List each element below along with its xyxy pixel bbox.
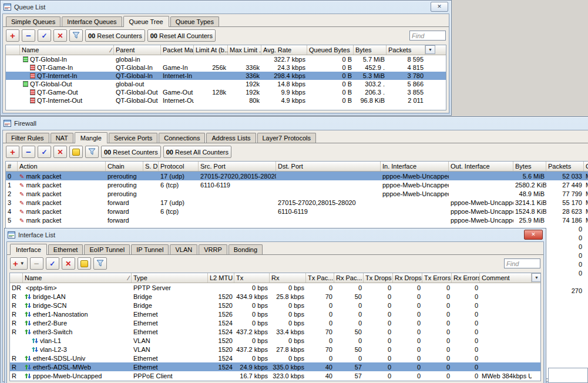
remove-button[interactable]: −: [22, 146, 35, 158]
tab-interface-queues[interactable]: Interface Queues: [62, 16, 122, 26]
column-header-max_limit[interactable]: Max Limit ...: [228, 45, 261, 55]
tab-bonding[interactable]: Bonding: [229, 244, 263, 254]
table-row[interactable]: Rether3-SwitchEthernet1524437.2 kbps33.4…: [10, 327, 540, 336]
column-header-packets[interactable]: Packets: [546, 162, 584, 171]
tab-vlan[interactable]: VLAN: [170, 244, 197, 254]
table-row[interactable]: vlan-L2-3VLAN1520437.2 kbps27.8 kbps7050…: [10, 345, 540, 354]
column-header-protocol[interactable]: Protocol: [159, 162, 199, 171]
find-input[interactable]: [409, 31, 446, 41]
find-input[interactable]: [504, 258, 540, 268]
close-button[interactable]: ✕: [524, 230, 543, 240]
tab-ip-tunnel[interactable]: IP Tunnel: [131, 244, 169, 254]
column-header-comment[interactable]: Com...: [584, 162, 588, 171]
table-row[interactable]: Rether4-SDSL-UnivEthernet15240 bps0 bps0…: [10, 354, 540, 362]
reset-all-counters-button[interactable]: 00Reset All Counters: [147, 29, 216, 42]
tab-nat[interactable]: NAT: [51, 133, 73, 143]
tab-mangle[interactable]: Mangle: [75, 132, 107, 143]
remove-button[interactable]: −: [22, 29, 35, 42]
table-row[interactable]: 4✎mark packetforward6 (tcp)6110-6119pppo…: [6, 207, 588, 216]
column-header-dst_port[interactable]: Dst. Port: [276, 162, 381, 171]
table-row[interactable]: 1✎mark packetprerouting6 (tcp)6110-6119p…: [6, 180, 588, 189]
table-row[interactable]: Rether1-NanostationEthernet15260 bps0 bp…: [10, 310, 540, 318]
disable-button[interactable]: ✕: [62, 257, 75, 270]
enable-button[interactable]: ✓: [38, 146, 51, 158]
table-row[interactable]: 2✎mark packetpreroutingpppoe-Mweb-Uncapp…: [6, 189, 588, 198]
tab-simple-queues[interactable]: Simple Queues: [6, 16, 61, 26]
column-header-rx_drops[interactable]: Rx Drops: [393, 273, 422, 283]
table-row[interactable]: Rpppoe-Mweb-UncappedPPPoE Client16.7 kbp…: [10, 371, 540, 380]
column-header-in_iface[interactable]: In. Interface: [381, 162, 449, 171]
column-header-tx_drops[interactable]: Tx Drops: [364, 273, 393, 283]
add-button[interactable]: +: [6, 146, 19, 158]
queue-list-titlebar[interactable]: Queue List ✕: [1, 1, 451, 13]
comment-button[interactable]: [78, 257, 91, 270]
filter-button[interactable]: [69, 29, 83, 42]
tab-interface[interactable]: Interface: [10, 244, 47, 255]
column-header-queued_bytes[interactable]: Queued Bytes: [307, 45, 354, 55]
reset-counters-button[interactable]: 00Reset Counters: [101, 146, 161, 158]
comment-button[interactable]: [69, 146, 83, 158]
table-row[interactable]: 5✎mark packetforwardpppoe-Mweb-Uncapped2…: [6, 216, 588, 224]
reset-all-counters-button[interactable]: 00Reset All Counters: [163, 146, 231, 158]
column-header-out_iface[interactable]: Out. Interface: [449, 162, 513, 171]
tab-vrrp[interactable]: VRRP: [199, 244, 227, 254]
column-header-rx_pac[interactable]: Rx Pac...: [334, 273, 364, 283]
table-row[interactable]: QT-Game-InQT-Global-InGame-In256k336k24.…: [6, 63, 446, 72]
column-header-packets[interactable]: Packets: [387, 45, 425, 55]
disable-button[interactable]: ✕: [53, 146, 67, 158]
tab-ethernet[interactable]: Ethernet: [48, 244, 83, 254]
add-button[interactable]: +: [6, 29, 19, 42]
column-header-type[interactable]: Type: [132, 273, 208, 283]
table-row[interactable]: QT-Global-Outglobal-out192k14.8 kbps0 B3…: [6, 80, 446, 88]
table-row[interactable]: QT-Internet-OutQT-Global-OutInternet-Out…: [6, 96, 446, 105]
table-row[interactable]: Rbridge-LANBridge1520434.9 kbps25.8 kbps…: [10, 292, 540, 301]
column-header-bytes[interactable]: Bytes: [354, 45, 387, 55]
column-selector-button[interactable]: ▼: [532, 273, 540, 282]
column-header-action[interactable]: Action: [18, 162, 106, 171]
enable-button[interactable]: ✓: [38, 29, 51, 42]
column-header-num[interactable]: #: [6, 162, 18, 171]
column-selector-button[interactable]: ▼: [425, 45, 435, 54]
table-row[interactable]: DR<pptp-tim>PPTP Server0 bps0 bps000000: [10, 283, 540, 292]
table-row[interactable]: vlan-L1VLAN15200 bps0 bps000000: [10, 336, 540, 345]
column-header-l2mtu[interactable]: L2 MTU: [208, 273, 234, 283]
column-header-name[interactable]: Name∕: [23, 273, 132, 283]
tab-service-ports[interactable]: Service Ports: [109, 133, 157, 143]
table-row[interactable]: Rether2-BureEthernet15240 bps0 bps000000: [10, 318, 540, 327]
column-header-tx_errors[interactable]: Tx Errors: [422, 273, 452, 283]
firewall-titlebar[interactable]: Firewall: [1, 117, 588, 129]
table-row[interactable]: Rbridge-SCNBridge15200 bps0 bps000000: [10, 301, 540, 310]
column-header-src_port[interactable]: Src. Port: [199, 162, 276, 171]
disable-button[interactable]: ✕: [53, 29, 67, 42]
column-header-packet_marks[interactable]: Packet Marks: [161, 45, 194, 55]
table-row[interactable]: QT-Global-Inglobal-in322.7 kbps0 B5.7 Mi…: [6, 55, 446, 63]
column-header-rx[interactable]: Rx: [270, 273, 306, 283]
column-header-bytes[interactable]: Bytes: [513, 162, 546, 171]
column-header-name[interactable]: Name∕: [20, 45, 114, 55]
column-header-parent[interactable]: Parent: [114, 45, 161, 55]
table-row[interactable]: [10, 380, 540, 381]
column-header-sd[interactable]: S. D.: [143, 162, 159, 171]
reset-counters-button[interactable]: 00Reset Counters: [85, 29, 145, 42]
column-header-comment[interactable]: Comment: [480, 273, 532, 283]
table-row[interactable]: Rether5-ADSL-MWebEthernet152424.9 kbps33…: [10, 362, 540, 371]
tab-queue-tree[interactable]: Queue Tree: [123, 16, 169, 27]
enable-button[interactable]: ✓: [46, 257, 59, 270]
column-header-rx_errors[interactable]: Rx Errors: [452, 273, 480, 283]
table-row[interactable]: QT-Internet-InQT-Global-InInternet-In336…: [6, 72, 446, 80]
tab-connections[interactable]: Connections: [159, 133, 205, 143]
column-header-flag[interactable]: [10, 273, 23, 283]
tab-address-lists[interactable]: Address Lists: [206, 133, 256, 143]
column-header-gutter[interactable]: [6, 45, 20, 55]
column-header-limit_at[interactable]: Limit At (b...: [194, 45, 228, 55]
tab-layer7-protocols[interactable]: Layer7 Protocols: [257, 133, 317, 143]
tab-filter-rules[interactable]: Filter Rules: [6, 133, 49, 143]
column-header-chain[interactable]: Chain: [106, 162, 143, 171]
close-button[interactable]: ✕: [431, 2, 448, 12]
column-header-tx_pac[interactable]: Tx Pac...: [306, 273, 334, 283]
filter-button[interactable]: [93, 257, 107, 270]
tab-eoip-tunnel[interactable]: EoIP Tunnel: [84, 244, 130, 254]
tab-queue-types[interactable]: Queue Types: [170, 16, 219, 26]
add-dropdown-button[interactable]: +▼: [10, 257, 28, 270]
column-header-tx[interactable]: Tx: [234, 273, 270, 283]
